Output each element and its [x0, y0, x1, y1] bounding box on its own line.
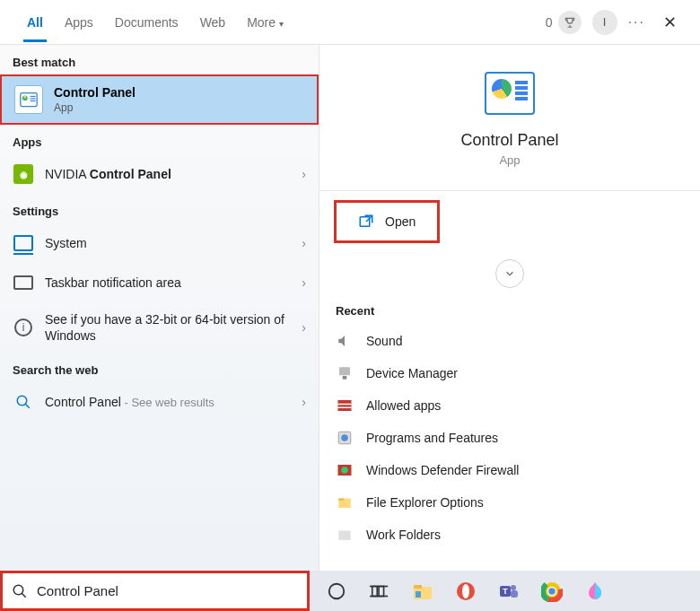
svg-rect-11 [338, 404, 352, 406]
recent-defender-firewall[interactable]: Windows Defender Firewall [336, 454, 684, 486]
chevron-right-icon: › [302, 236, 306, 250]
search-input[interactable] [37, 583, 298, 598]
recent-item-label: Device Manager [366, 366, 458, 380]
result-name: Control Panel [90, 167, 171, 181]
section-web: Search the web [0, 353, 319, 382]
rewards-button[interactable]: 0 [546, 11, 582, 34]
svg-line-6 [25, 405, 30, 409]
svg-text:T: T [503, 587, 508, 596]
chevron-right-icon: › [302, 167, 306, 181]
svg-point-5 [17, 397, 27, 406]
svg-rect-35 [511, 590, 518, 598]
chevron-right-icon: › [302, 320, 306, 335]
tab-more-label: More [247, 15, 276, 30]
svg-rect-9 [343, 376, 347, 380]
user-avatar[interactable]: I [592, 10, 617, 35]
result-name: Control Panel [45, 395, 121, 409]
teams-taskbar-icon[interactable]: T [496, 579, 521, 604]
recent-item-label: Sound [366, 334, 402, 348]
result-32-64-bit[interactable]: i See if you have a 32-bit or 64-bit ver… [0, 302, 319, 353]
control-panel-large-icon [485, 72, 535, 115]
result-nvidia-control-panel[interactable]: ◉ NVIDIA Control Panel › [0, 154, 319, 194]
search-icon [12, 583, 28, 599]
tab-apps[interactable]: Apps [54, 3, 104, 42]
recent-work-folders[interactable]: Work Folders [336, 519, 684, 551]
recent-sound[interactable]: Sound [336, 325, 684, 357]
open-action[interactable]: Open [334, 200, 440, 243]
best-match-title: Control Panel [54, 85, 136, 100]
preview-pane: Control Panel App Open Recent Sound Devi [319, 45, 700, 583]
svg-rect-28 [414, 585, 422, 589]
result-taskbar-notification[interactable]: Taskbar notification area › [0, 263, 319, 302]
svg-point-34 [511, 585, 516, 590]
nvidia-icon: ◉ [13, 164, 33, 184]
svg-rect-3 [31, 98, 36, 99]
chrome-taskbar-icon[interactable] [539, 579, 564, 604]
result-name: Taskbar notification area [45, 275, 302, 291]
svg-rect-23 [372, 586, 378, 596]
close-button[interactable]: ✕ [656, 9, 684, 36]
taskbar-icon [13, 275, 33, 290]
open-label: Open [385, 214, 416, 229]
recent-device-manager[interactable]: Device Manager [336, 357, 684, 389]
best-match-subtitle: App [54, 101, 136, 114]
work-folders-icon [336, 526, 354, 544]
svg-line-21 [22, 593, 26, 598]
result-hint: - See web results [121, 396, 214, 409]
recent-label: Recent [336, 297, 684, 325]
paint-taskbar-icon[interactable] [582, 579, 608, 604]
result-web-search[interactable]: Control Panel - See web results › [0, 382, 319, 422]
search-box[interactable] [0, 571, 310, 611]
result-prefix: NVIDIA [45, 167, 90, 181]
recent-file-explorer-options[interactable]: File Explorer Options [336, 486, 684, 519]
svg-rect-24 [379, 586, 384, 596]
preview-subtitle: App [499, 153, 520, 167]
tab-documents[interactable]: Documents [104, 3, 189, 42]
section-settings: Settings [0, 194, 319, 223]
svg-rect-19 [338, 531, 351, 541]
recent-item-label: File Explorer Options [366, 495, 484, 510]
trophy-icon [558, 11, 582, 34]
cortana-icon[interactable] [324, 579, 349, 604]
result-name: See if you have a 32-bit or 64-bit versi… [45, 311, 302, 344]
search-tabs-bar: All Apps Documents Web More▾ 0 I ··· ✕ [0, 0, 700, 45]
speaker-icon [336, 332, 354, 350]
result-system[interactable]: System › [0, 223, 319, 263]
search-icon [13, 391, 34, 413]
recent-item-label: Allowed apps [366, 398, 441, 413]
info-icon: i [14, 319, 32, 336]
chevron-right-icon: › [302, 275, 306, 290]
taskbar: T [310, 571, 700, 611]
result-name: System [45, 235, 302, 251]
tab-web[interactable]: Web [189, 3, 237, 42]
expand-button[interactable] [495, 259, 524, 288]
open-icon [358, 214, 374, 230]
svg-rect-29 [416, 591, 421, 598]
svg-rect-4 [31, 100, 36, 101]
results-pane: Best match Control Panel App Apps ◉ NVID… [0, 45, 319, 583]
tab-more[interactable]: More▾ [236, 3, 294, 42]
svg-rect-12 [338, 407, 352, 409]
task-view-icon[interactable] [367, 579, 392, 604]
recent-programs-features[interactable]: Programs and Features [336, 422, 684, 454]
file-explorer-taskbar-icon[interactable] [410, 579, 435, 604]
opera-taskbar-icon[interactable] [453, 579, 478, 604]
programs-icon [336, 429, 354, 447]
svg-rect-7 [360, 217, 370, 227]
firewall-icon [336, 397, 354, 415]
svg-point-14 [341, 434, 348, 441]
tab-all[interactable]: All [16, 3, 54, 42]
options-button[interactable]: ··· [628, 14, 645, 31]
section-apps: Apps [0, 125, 319, 154]
svg-point-20 [13, 585, 23, 595]
recent-item-label: Windows Defender Firewall [366, 463, 519, 477]
best-match-result[interactable]: Control Panel App [0, 74, 319, 125]
rewards-count: 0 [546, 15, 553, 30]
device-manager-icon [336, 364, 354, 382]
preview-title: Control Panel [460, 131, 558, 150]
defender-icon [336, 461, 354, 479]
recent-item-label: Work Folders [366, 528, 441, 542]
recent-allowed-apps[interactable]: Allowed apps [336, 389, 684, 422]
folder-options-icon [336, 493, 354, 511]
recent-item-label: Programs and Features [366, 431, 498, 445]
